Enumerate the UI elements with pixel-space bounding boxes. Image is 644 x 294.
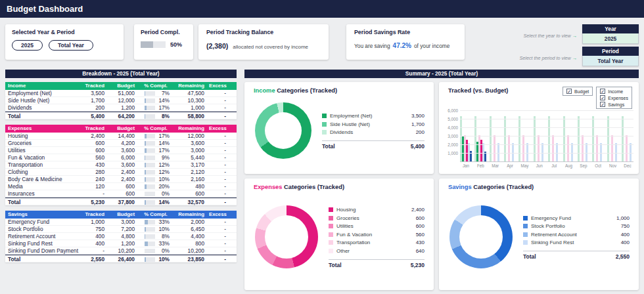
bar <box>518 116 520 162</box>
legend-item: Sinking Fund Rest400 <box>523 239 630 247</box>
gridline <box>460 136 633 136</box>
y-axis-label: 5,000 <box>443 117 458 121</box>
expenses-donut-chart <box>255 205 318 268</box>
period-button[interactable]: Total Year <box>49 40 93 51</box>
legend-checkbox-budget[interactable]: ✓ <box>566 89 572 94</box>
bar <box>508 135 510 162</box>
x-axis-label: May <box>518 163 530 170</box>
period-progress-bar <box>141 41 166 48</box>
bar-group-apr <box>504 116 516 162</box>
y-axis-label: 4,000 <box>443 125 458 130</box>
period-completion-card: Period Compl. 50% <box>134 24 193 60</box>
year-hint-text: Select the year to view <box>524 33 571 39</box>
legend-swatch <box>329 249 333 253</box>
savings-rate-value: 47.2% <box>393 42 411 49</box>
tracking-balance-caption: allocated not covered by income <box>233 44 308 50</box>
card-title-tracking-balance: Period Tracking Balance <box>206 29 321 35</box>
expenses-categories-card: Expenses Categories (Tracked) Housing2,4… <box>244 178 434 290</box>
bar <box>534 116 536 162</box>
legend-item: Utilities600 <box>329 222 425 231</box>
table-header-row: SavingsTrackedBudget% Compl.RemainingExc… <box>5 211 237 219</box>
legend-item: Fun & Vacation560 <box>329 230 425 239</box>
savings-chart-legend: Emergency Fund1,000Stock Portfolio750Ret… <box>523 214 630 247</box>
legend-label: Side Hustle (Net) <box>330 121 408 127</box>
bar-group-mar <box>490 116 501 162</box>
legend-label: Other <box>336 248 413 254</box>
legend-label: Employment (Net) <box>330 113 408 119</box>
card-title-year-period: Selected Year & Period <box>12 29 117 35</box>
table-row: Fun & Vacation5606,0009%5,440- <box>5 154 237 161</box>
app-title: Budget Dashboard <box>7 4 83 14</box>
arrow-right-icon: → <box>572 55 577 61</box>
bar-chart-title: Tracked (vs. Budget) <box>448 87 508 94</box>
bar <box>548 116 550 162</box>
income-card-title: Income Categories (Tracked) <box>244 82 434 94</box>
legend-checkbox-savings[interactable]: ✓ <box>600 102 605 107</box>
legend-series: ✓Income✓Expenses✓Savings <box>596 87 632 109</box>
savings-categories-card: Savings Categories (Tracked) Emergency F… <box>439 178 639 290</box>
bar-group-oct <box>592 116 604 162</box>
income-donut-chart <box>255 102 311 159</box>
bar <box>490 116 492 162</box>
bar-chart: JanFebMarAprMayJunJulAugSepOctNovDec 1,0… <box>443 111 633 170</box>
bar-group-jun <box>534 116 545 162</box>
table-row: Dividends2001,20017%1,000- <box>5 104 237 112</box>
legend-item: Housing2,400 <box>329 206 425 215</box>
legend-label: Housing <box>336 207 408 213</box>
y-axis-label: 6,000 <box>443 108 458 113</box>
income-categories-card: Income Categories (Tracked) Employment (… <box>244 82 434 174</box>
arrow-right-icon: → <box>572 33 577 39</box>
gridline <box>460 119 633 119</box>
table-row: Utilities6003,60017%3,000- <box>5 147 237 154</box>
bar <box>494 135 495 162</box>
tracking-balance-value: (2,380) <box>206 42 228 50</box>
legend-series-label: Expenses <box>608 96 628 100</box>
table-header-row: ExpensesTrackedBudget% Compl.RemainingEx… <box>5 125 237 133</box>
legend-swatch <box>523 232 528 237</box>
legend-value: 2,400 <box>411 207 425 213</box>
expenses-chart-legend: Housing2,400Groceries600Utilities600Fun … <box>329 206 425 255</box>
x-axis-label: Mar <box>490 163 501 170</box>
period-selector-label: Period <box>582 47 639 56</box>
legend-swatch <box>329 224 333 228</box>
period-selector-value[interactable]: Total Year <box>582 56 639 66</box>
breakdown-section: Breakdown - 2025 (Total Year) IncomeTrac… <box>5 70 237 268</box>
legend-series-label: Income <box>608 89 623 94</box>
table-row: Transportation4303,60012%3,170- <box>5 161 237 169</box>
legend-value: 430 <box>416 240 425 245</box>
bar-group-feb <box>474 116 486 162</box>
legend-value: 600 <box>416 223 425 229</box>
table-row: Emergency Fund1,0003,00033%2,000- <box>5 219 237 226</box>
legend-item: Stock Portfolio750 <box>523 222 630 231</box>
legend-item: Transportation430 <box>329 239 425 247</box>
x-axis-label: Jan <box>460 163 472 170</box>
x-axis-label: Oct <box>592 163 604 170</box>
table-row: Body Care & Medicine2402,40010%2,160- <box>5 176 237 183</box>
bar <box>611 135 613 162</box>
year-selector-value[interactable]: 2025 <box>582 33 639 44</box>
bar-group-may <box>518 116 530 162</box>
breakdown-title: Breakdown - 2025 (Total Year) <box>5 70 237 78</box>
legend-label: Stock Portfolio <box>531 223 618 229</box>
year-button[interactable]: 2025 <box>12 40 43 51</box>
table-row: Clothing2802,40012%2,120- <box>5 169 237 176</box>
card-title-period-compl: Period Compl. <box>141 29 187 35</box>
bar <box>592 116 594 162</box>
legend-item: Dividends200 <box>322 128 425 136</box>
bar <box>538 135 540 162</box>
bar <box>504 116 506 162</box>
legend-value: 560 <box>416 232 425 238</box>
x-axis-label: Nov <box>607 163 619 170</box>
table-header-row: IncomeTrackedBudget% Compl.RemainingExce… <box>5 82 237 90</box>
table-total-row: Total2,55026,40010%23,850- <box>5 255 237 262</box>
legend-value: 3,500 <box>411 113 425 119</box>
bar-group-dec <box>622 116 633 162</box>
tracking-balance-card: Period Tracking Balance (2,380) allocate… <box>198 24 329 60</box>
legend-value: 750 <box>621 223 630 229</box>
table-total-row: Total5,23037,80014%32,570- <box>5 198 237 205</box>
breakdown-tables: IncomeTrackedBudget% Compl.RemainingExce… <box>5 82 237 262</box>
gridline <box>460 153 633 154</box>
legend-checkbox-income[interactable]: ✓ <box>600 89 605 94</box>
legend-checkbox-expenses[interactable]: ✓ <box>600 95 605 100</box>
legend-swatch <box>329 232 333 237</box>
